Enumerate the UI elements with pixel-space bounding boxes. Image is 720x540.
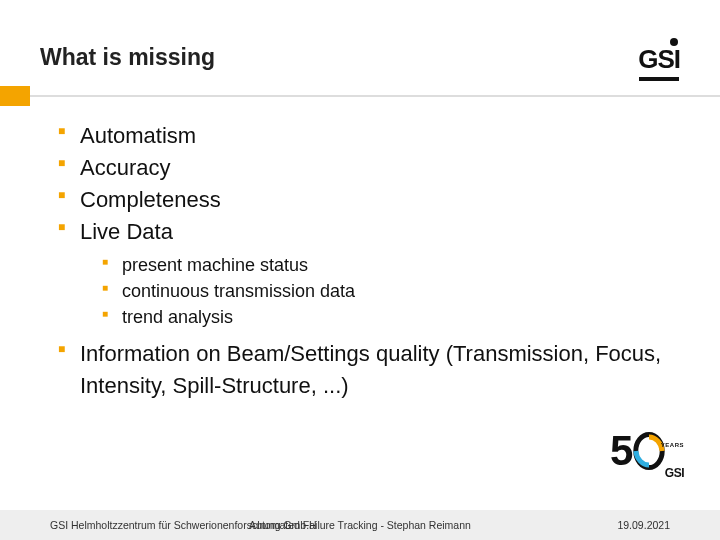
anniv-zero-icon [632, 432, 666, 470]
bullet-item: Completeness [58, 184, 672, 216]
anniversary-logo: 5 YEARS GSI [610, 430, 682, 482]
bullet-item: Information on Beam/Settings quality (Tr… [58, 338, 672, 402]
bullet-label: Completeness [80, 187, 221, 212]
slide-title: What is missing [40, 44, 680, 71]
sub-bullet-label: trend analysis [122, 307, 233, 327]
slide: What is missing GSI Automatism Accuracy … [0, 0, 720, 540]
logo-underline-icon [639, 77, 679, 81]
bullet-item: Accuracy [58, 152, 672, 184]
accent-bar-icon [0, 86, 30, 106]
sub-bullet-item: trend analysis [102, 304, 672, 330]
bullet-item: Automatism [58, 120, 672, 152]
sub-bullet-label: continuous transmission data [122, 281, 355, 301]
anniv-org-label: GSI [665, 466, 684, 480]
bullet-label: Live Data [80, 219, 173, 244]
slide-header: What is missing GSI [40, 44, 680, 82]
header-rule [30, 95, 720, 97]
sub-bullet-list: present machine status continuous transm… [102, 252, 672, 330]
slide-footer: GSI Helmholtzzentrum für Schwerionenfors… [0, 510, 720, 540]
bullet-label: Information on Beam/Settings quality (Tr… [80, 341, 661, 398]
bullet-item: Live Data present machine status continu… [58, 216, 672, 330]
bullet-label: Automatism [80, 123, 196, 148]
bullet-list: Automatism Accuracy Completeness Live Da… [58, 120, 672, 402]
sub-bullet-label: present machine status [122, 255, 308, 275]
footer-date: 19.09.2021 [617, 519, 670, 531]
gsi-logo: GSI [638, 44, 680, 81]
anniv-years-label: YEARS [661, 442, 684, 448]
sub-bullet-item: present machine status [102, 252, 672, 278]
logo-dot-icon [670, 38, 678, 46]
sub-bullet-item: continuous transmission data [102, 278, 672, 304]
slide-content: Automatism Accuracy Completeness Live Da… [58, 120, 672, 402]
footer-talk: Automated Failure Tracking - Stephan Rei… [0, 519, 720, 531]
anniv-five: 5 [610, 430, 633, 472]
bullet-label: Accuracy [80, 155, 170, 180]
